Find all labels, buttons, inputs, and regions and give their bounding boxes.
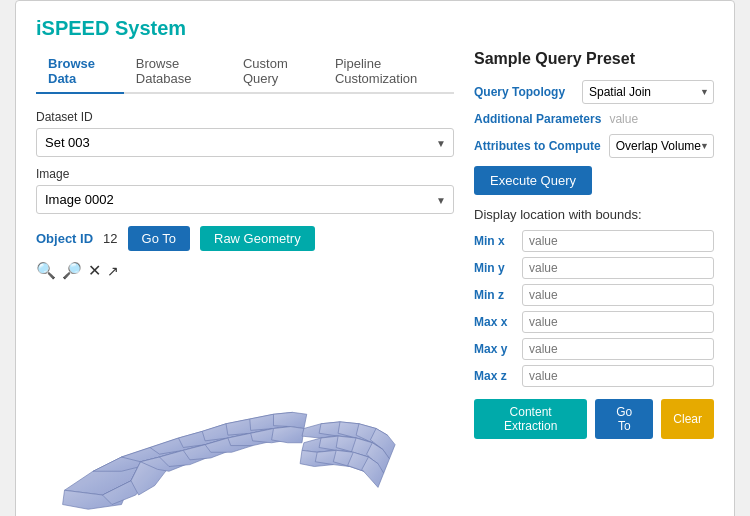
dataset-id-label: Dataset ID [36,110,454,124]
attributes-select-wrapper[interactable]: Overlap Volume Overlap Area Centroid Dis… [609,134,714,158]
raw-geometry-button[interactable]: Raw Geometry [200,226,315,251]
attributes-label: Attributes to Compute [474,139,601,153]
max-y-input[interactable] [522,338,714,360]
object-id-label: Object ID [36,231,93,246]
tab-custom-query[interactable]: Custom Query [231,50,323,94]
min-x-label: Min x [474,234,514,248]
query-topology-select-wrapper[interactable]: Spatial Join Nearest Neighbor Range Quer… [582,80,714,104]
dataset-id-select[interactable]: Set 003 Set 001 Set 002 [36,128,454,157]
goto-button[interactable]: Go To [128,226,190,251]
max-y-row: Max y [474,338,714,360]
tab-pipeline[interactable]: Pipeline Customization [323,50,454,94]
zoom-out-icon[interactable]: 🔎 [62,261,82,280]
min-z-input[interactable] [522,284,714,306]
3d-viewer [36,288,454,516]
external-link-icon[interactable]: ↗ [107,263,119,279]
content-extraction-button[interactable]: Content Extraction [474,399,587,439]
svg-marker-18 [272,427,304,443]
display-label: Display location with bounds: [474,207,714,222]
max-x-label: Max x [474,315,514,329]
icon-row: 🔍 🔎 ✕ ↗ [36,261,454,280]
reset-icon[interactable]: ✕ [88,261,101,280]
image-label: Image [36,167,454,181]
max-z-input[interactable] [522,365,714,387]
right-panel: Sample Query Preset Query Topology Spati… [474,50,714,516]
image-wrapper[interactable]: Image 0002 Image 0001 Image 0003 ▼ [36,185,454,214]
additional-params-label: Additional Parameters [474,112,601,126]
min-x-input[interactable] [522,230,714,252]
app-title: iSPEED System [36,17,714,40]
additional-params-value: value [609,112,638,126]
max-z-row: Max z [474,365,714,387]
bottom-buttons: Content Extraction Go To Clear [474,399,714,439]
min-y-row: Min y [474,257,714,279]
max-x-input[interactable] [522,311,714,333]
query-topology-select[interactable]: Spatial Join Nearest Neighbor Range Quer… [582,80,714,104]
min-x-row: Min x [474,230,714,252]
zoom-in-icon[interactable]: 🔍 [36,261,56,280]
clear-button[interactable]: Clear [661,399,714,439]
svg-marker-8 [274,412,307,428]
min-z-row: Min z [474,284,714,306]
query-topology-row: Query Topology Spatial Join Nearest Neig… [474,80,714,104]
main-container: iSPEED System Browse Data Browse Databas… [15,0,735,516]
max-x-row: Max x [474,311,714,333]
panel-title: Sample Query Preset [474,50,714,68]
min-y-input[interactable] [522,257,714,279]
dataset-id-wrapper[interactable]: Set 003 Set 001 Set 002 ▼ [36,128,454,157]
mesh-svg [36,288,454,516]
left-panel: Browse Data Browse Database Custom Query… [36,50,454,516]
image-select[interactable]: Image 0002 Image 0001 Image 0003 [36,185,454,214]
attributes-row: Attributes to Compute Overlap Volume Ove… [474,134,714,158]
max-y-label: Max y [474,342,514,356]
attributes-select[interactable]: Overlap Volume Overlap Area Centroid Dis… [609,134,714,158]
object-id-value: 12 [103,231,117,246]
min-z-label: Min z [474,288,514,302]
goto2-button[interactable]: Go To [595,399,653,439]
execute-query-button[interactable]: Execute Query [474,166,592,195]
tab-bar: Browse Data Browse Database Custom Query… [36,50,454,94]
additional-params-row: Additional Parameters value [474,112,714,126]
tab-browse-database[interactable]: Browse Database [124,50,231,94]
content-area: Browse Data Browse Database Custom Query… [36,50,714,516]
query-topology-label: Query Topology [474,85,574,99]
tab-browse-data[interactable]: Browse Data [36,50,124,94]
min-y-label: Min y [474,261,514,275]
max-z-label: Max z [474,369,514,383]
object-row: Object ID 12 Go To Raw Geometry [36,226,454,251]
